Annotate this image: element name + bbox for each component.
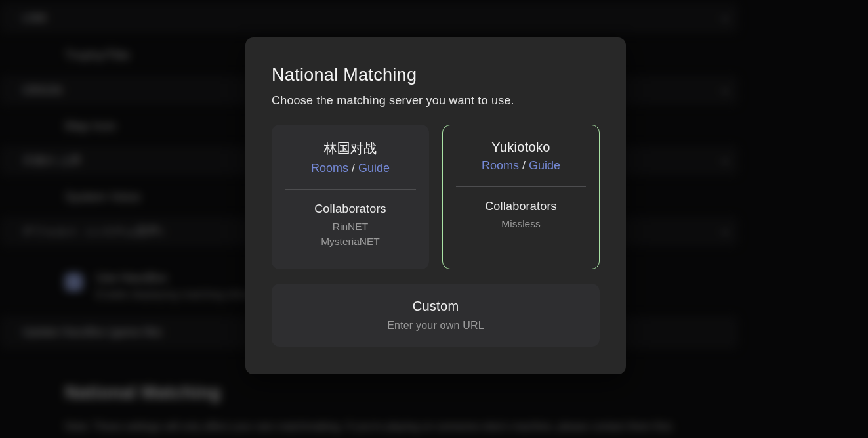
server-cards: 林国对战 Rooms / Guide Collaborators RinNET … [272, 125, 600, 269]
server-card-linguoduizhan[interactable]: 林国对战 Rooms / Guide Collaborators RinNET … [272, 125, 429, 269]
guide-link[interactable]: Guide [358, 162, 390, 175]
collaborator-name: MysteriaNET [272, 236, 429, 248]
server-links: Rooms / Guide [443, 159, 599, 173]
collaborators-label: Collaborators [443, 200, 599, 213]
modal-title: National Matching [272, 65, 600, 85]
server-name: 林国对战 [272, 140, 429, 158]
custom-card-subtitle: Enter your own URL [272, 320, 600, 332]
collaborator-name: RinNET [272, 221, 429, 232]
guide-link[interactable]: Guide [529, 159, 560, 172]
modal-subtitle: Choose the matching server you want to u… [272, 94, 600, 108]
server-links: Rooms / Guide [272, 162, 429, 175]
link-separator: / [522, 159, 526, 172]
national-matching-modal: National Matching Choose the matching se… [245, 37, 626, 374]
rooms-link[interactable]: Rooms [482, 159, 519, 172]
card-divider [285, 189, 415, 190]
custom-card-title: Custom [272, 299, 600, 314]
server-name: Yukiotoko [443, 140, 599, 155]
custom-server-card[interactable]: Custom Enter your own URL [272, 284, 600, 347]
collaborators-label: Collaborators [272, 202, 429, 216]
rooms-link[interactable]: Rooms [311, 162, 348, 175]
link-separator: / [352, 162, 355, 175]
card-divider [456, 186, 586, 187]
collaborator-name: Missless [443, 218, 599, 230]
server-card-yukiotoko[interactable]: Yukiotoko Rooms / Guide Collaborators Mi… [442, 125, 600, 269]
